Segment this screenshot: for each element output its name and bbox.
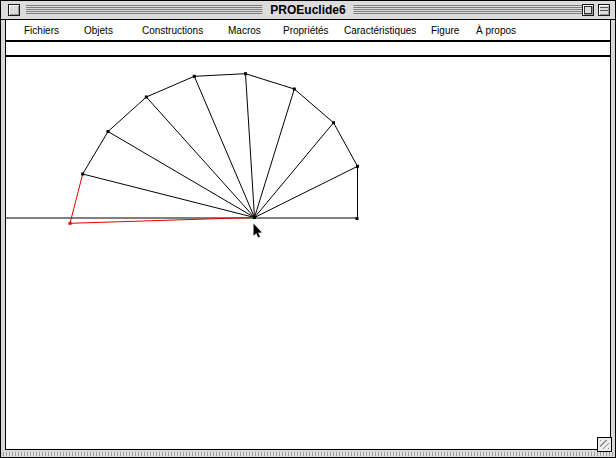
menu-macros[interactable]: Macros (228, 20, 261, 40)
title-bar[interactable]: PROEuclide6 (1, 1, 615, 20)
menu-figure[interactable]: Figure (431, 20, 459, 40)
drawing-canvas[interactable] (6, 57, 610, 449)
menu-fichiers[interactable]: Fichiers (24, 20, 59, 40)
proeuclide-window: PROEuclide6 Fichiers Objets Construction… (0, 0, 616, 458)
menu-proprietes[interactable]: Propriétés (283, 20, 329, 40)
bottom-frame-texture (3, 452, 613, 456)
zoom-box-icon[interactable] (582, 4, 594, 16)
window-title: PROEuclide6 (262, 2, 353, 18)
close-box-icon[interactable] (8, 4, 20, 16)
collapse-box-icon[interactable] (598, 4, 610, 16)
menu-constructions[interactable]: Constructions (142, 20, 203, 40)
menubar-divider-strip (6, 42, 610, 57)
menu-objets[interactable]: Objets (84, 20, 113, 40)
window-content: Fichiers Objets Constructions Macros Pro… (5, 20, 611, 450)
menu-caracteristiques[interactable]: Caractéristiques (344, 20, 416, 40)
menu-a-propos[interactable]: À propos (476, 20, 516, 40)
menu-bar: Fichiers Objets Constructions Macros Pro… (6, 20, 610, 42)
resize-grip-icon[interactable] (597, 437, 612, 452)
